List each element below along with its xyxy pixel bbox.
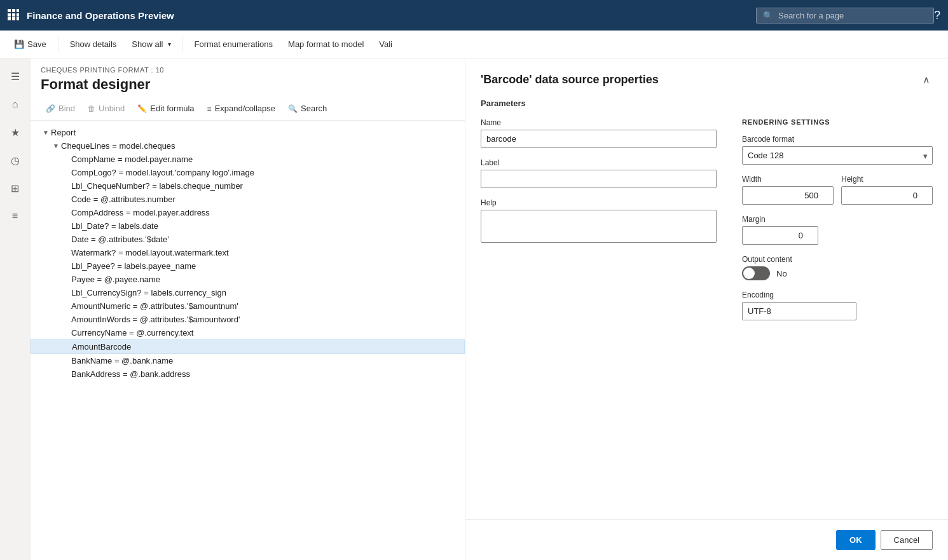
svg-rect-7 — [12, 17, 15, 20]
tree-item-label: CurrencyName = @.currency.text — [71, 328, 460, 338]
tree-item[interactable]: Payee = @.payee.name — [31, 273, 465, 286]
home-icon[interactable]: ⌂ — [3, 92, 28, 117]
svg-rect-3 — [8, 13, 11, 17]
toolbar-separator-2 — [182, 37, 183, 52]
tree-item[interactable]: BankAddress = @.bank.address — [31, 367, 465, 381]
grid-icon[interactable] — [8, 9, 19, 22]
name-group: Name — [481, 118, 717, 148]
tree-item[interactable]: CurrencyName = @.currency.text — [31, 326, 465, 339]
tree-item[interactable]: Lbl_CurrencySign? = labels.currency_sign — [31, 286, 465, 299]
collapse-button[interactable]: ∧ — [920, 71, 933, 88]
unbind-icon: 🗑 — [88, 104, 95, 113]
vali-button[interactable]: Vali — [373, 36, 399, 53]
width-group: Width — [742, 175, 834, 205]
tree-item[interactable]: Code = @.attributes.number — [31, 193, 465, 206]
tree-item-label: Payee = @.payee.name — [71, 275, 460, 284]
tree-item[interactable]: Lbl_Date? = labels.date — [31, 219, 465, 233]
ok-button[interactable]: OK — [836, 530, 876, 550]
height-input[interactable] — [841, 186, 933, 205]
rendering-settings-title: RENDERING SETTINGS — [742, 118, 933, 126]
svg-rect-2 — [17, 9, 19, 12]
params-right: RENDERING SETTINGS Barcode format Code 1… — [742, 118, 933, 331]
workspaces-icon[interactable]: ⊞ — [3, 175, 28, 201]
width-height-group: Width Height — [742, 175, 933, 205]
tree-item-label: AmountNumeric = @.attributes.'$amountnum… — [71, 301, 460, 311]
recent-icon[interactable]: ◷ — [3, 147, 28, 173]
tree-item-label: AmountBarcode — [72, 342, 459, 352]
label-group: Label — [481, 158, 717, 188]
svg-rect-1 — [12, 9, 15, 12]
output-content-toggle-row: No — [742, 266, 933, 280]
barcode-format-select[interactable]: Code 128 QR Code Code 39 EAN-13 PDF417 — [742, 146, 933, 165]
tree-item-label: Code = @.attributes.number — [71, 195, 460, 204]
save-icon: 💾 — [14, 39, 24, 49]
output-content-label: Output content — [742, 255, 933, 264]
tree-item[interactable]: CompLogo? = model.layout.'company logo'.… — [31, 166, 465, 179]
tree-item[interactable]: Lbl_Payee? = labels.payee_name — [31, 259, 465, 273]
output-content-toggle[interactable] — [742, 266, 770, 280]
tree-area: ▼Report▼ChequeLines = model.chequesCompN… — [31, 121, 465, 560]
help-group: Help — [481, 198, 717, 245]
show-details-button[interactable]: Show details — [64, 36, 123, 53]
page-title: Format designer — [41, 76, 455, 93]
tree-item[interactable]: AmountInWords = @.attributes.'$amountwor… — [31, 313, 465, 326]
tree-item[interactable]: Watermark? = model.layout.watermark.text — [31, 246, 465, 259]
output-content-value: No — [776, 269, 787, 278]
edit-formula-button[interactable]: ✏️ Edit formula — [132, 100, 199, 116]
tree-item[interactable]: ▼Report — [31, 126, 465, 139]
search-button[interactable]: 🔍 Search — [283, 100, 332, 116]
bind-button[interactable]: 🔗 Bind — [41, 100, 80, 116]
tree-item-label: Lbl_Payee? = labels.payee_name — [71, 261, 460, 271]
width-input[interactable] — [742, 186, 834, 205]
name-input[interactable] — [481, 130, 717, 148]
top-nav: Finance and Operations Preview 🔍 Search … — [0, 0, 948, 31]
help-icon[interactable]: ? — [934, 9, 940, 22]
margin-group: Margin — [742, 215, 933, 245]
tree-item-label: Lbl_Date? = labels.date — [71, 221, 460, 231]
save-button[interactable]: 💾 Save — [8, 36, 53, 53]
svg-rect-6 — [8, 17, 11, 20]
tree-item[interactable]: Lbl_ChequeNumber? = labels.cheque_number — [31, 179, 465, 193]
map-format-to-model-button[interactable]: Map format to model — [282, 36, 370, 53]
unbind-button[interactable]: 🗑 Unbind — [83, 100, 130, 116]
breadcrumb-area: CHEQUES PRINTING FORMAT : 10 Format desi… — [31, 58, 465, 97]
show-all-button[interactable]: Show all ▾ — [125, 36, 177, 53]
tree-item[interactable]: AmountNumeric = @.attributes.'$amountnum… — [31, 299, 465, 313]
main-area: ☰ ⌂ ★ ◷ ⊞ ≡ CHEQUES PRINTING FORMAT : 10… — [0, 58, 948, 560]
hamburger-icon[interactable]: ☰ — [3, 64, 28, 89]
help-textarea[interactable] — [481, 210, 717, 243]
parameters-section-title: Parameters — [481, 99, 933, 108]
search-placeholder: Search for a page — [778, 11, 844, 20]
tree-item-label: BankName = @.bank.name — [71, 356, 460, 365]
app-title: Finance and Operations Preview — [27, 10, 756, 21]
tree-item-label: AmountInWords = @.attributes.'$amountwor… — [71, 315, 460, 324]
svg-rect-4 — [12, 13, 15, 17]
tree-item[interactable]: ▼ChequeLines = model.cheques — [31, 139, 465, 153]
tree-item[interactable]: AmountBarcode — [31, 339, 465, 354]
tree-item[interactable]: BankName = @.bank.name — [31, 354, 465, 367]
expand-collapse-button[interactable]: ≡ Expand/collapse — [202, 100, 280, 116]
tree-item-label: Lbl_CurrencySign? = labels.currency_sign — [71, 288, 460, 297]
tree-item[interactable]: CompName = model.payer.name — [31, 153, 465, 166]
format-enumerations-button[interactable]: Format enumerations — [188, 36, 280, 53]
svg-rect-5 — [17, 13, 19, 17]
margin-input[interactable] — [742, 226, 818, 245]
width-label: Width — [742, 175, 834, 184]
tree-item[interactable]: Date = @.attributes.'$date' — [31, 233, 465, 246]
encoding-input[interactable] — [742, 302, 856, 320]
edit-formula-icon: ✏️ — [137, 104, 147, 113]
search-bar[interactable]: 🔍 Search for a page — [756, 8, 934, 24]
tree-item[interactable]: CompAddress = model.payer.address — [31, 206, 465, 219]
expand-collapse-icon: ≡ — [207, 104, 212, 113]
cancel-button[interactable]: Cancel — [881, 530, 933, 550]
content-panel: CHEQUES PRINTING FORMAT : 10 Format desi… — [31, 58, 465, 560]
height-group: Height — [841, 175, 933, 205]
favorites-icon[interactable]: ★ — [3, 120, 28, 145]
list-icon[interactable]: ≡ — [3, 203, 28, 229]
tree-item-label: Date = @.attributes.'$date' — [71, 235, 460, 244]
label-input[interactable] — [481, 170, 717, 188]
tree-toggle-icon: ▼ — [41, 129, 51, 136]
label-label: Label — [481, 158, 717, 167]
params-left: Name Label Help — [481, 118, 717, 331]
toolbar-separator-1 — [58, 37, 58, 52]
